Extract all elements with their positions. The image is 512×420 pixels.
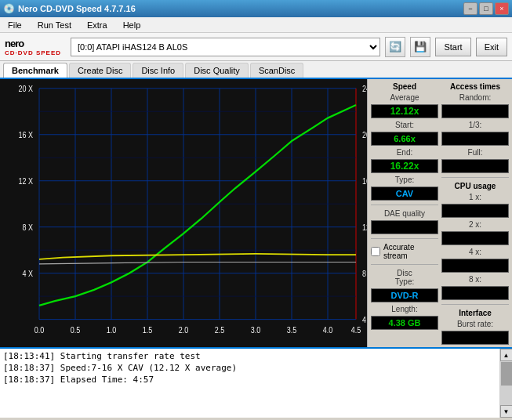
toolbar: nero CD·DVD SPEED [0:0] ATAPI iHAS124 B … bbox=[0, 33, 512, 61]
cpu-4x-label: 4 x: bbox=[441, 248, 509, 256]
disc-length-value: 4.38 GB bbox=[371, 316, 438, 330]
start-value: 6.66x bbox=[371, 132, 438, 146]
svg-text:0.5: 0.5 bbox=[71, 326, 81, 335]
type-value: CAV bbox=[371, 186, 438, 201]
end-label: End: bbox=[371, 148, 438, 157]
svg-text:2.5: 2.5 bbox=[215, 326, 225, 335]
svg-text:3.0: 3.0 bbox=[251, 326, 261, 335]
right-panel: Speed Average 12.12x Start: 6.66x End: 1… bbox=[367, 79, 512, 347]
end-value: 16.22x bbox=[371, 159, 438, 173]
svg-text:12 X: 12 X bbox=[19, 177, 34, 186]
svg-text:8: 8 bbox=[362, 270, 366, 279]
scroll-track bbox=[500, 361, 513, 405]
log-content: [18:13:41] Starting transfer rate test [… bbox=[0, 349, 499, 418]
burst-rate-value bbox=[441, 331, 509, 345]
log-scrollbar: ▲ ▼ bbox=[499, 349, 512, 418]
full-label: Full: bbox=[441, 148, 509, 157]
burst-rate-label: Burst rate: bbox=[441, 320, 509, 328]
save-button[interactable]: 💾 bbox=[410, 37, 430, 57]
svg-text:20 X: 20 X bbox=[19, 85, 34, 94]
nero-logo-top: nero bbox=[5, 38, 24, 49]
svg-text:4.0: 4.0 bbox=[323, 326, 333, 335]
title-bar: 💿 Nero CD-DVD Speed 4.7.7.16 − □ × bbox=[0, 0, 512, 17]
panel-columns: Speed Average 12.12x Start: 6.66x End: 1… bbox=[371, 82, 509, 345]
refresh-button[interactable]: 🔄 bbox=[385, 37, 405, 57]
tab-disc-info[interactable]: Disc Info bbox=[133, 63, 183, 78]
menu-file[interactable]: File bbox=[3, 19, 27, 31]
svg-text:16: 16 bbox=[362, 177, 367, 186]
svg-text:20: 20 bbox=[362, 131, 367, 140]
maximize-button[interactable]: □ bbox=[479, 2, 493, 15]
scroll-down-button[interactable]: ▼ bbox=[500, 405, 513, 418]
access-title: Access times bbox=[441, 82, 509, 91]
divider-1 bbox=[371, 205, 438, 205]
speed-title: Speed bbox=[371, 82, 438, 91]
title-bar-controls: − □ × bbox=[463, 2, 509, 15]
random-value bbox=[441, 104, 509, 118]
disc-length-label: Length: bbox=[371, 305, 438, 313]
log-entry-2: [18:18:37] Elapsed Time: 4:57 bbox=[3, 374, 496, 386]
svg-text:0.0: 0.0 bbox=[34, 326, 45, 335]
svg-text:3.5: 3.5 bbox=[287, 326, 297, 335]
tab-benchmark[interactable]: Benchmark bbox=[3, 63, 67, 78]
svg-text:4.5: 4.5 bbox=[351, 326, 361, 335]
tab-create-disc[interactable]: Create Disc bbox=[69, 63, 131, 78]
scroll-thumb[interactable] bbox=[501, 362, 512, 386]
svg-text:12: 12 bbox=[362, 223, 367, 233]
divider-5 bbox=[441, 304, 509, 305]
cpu-8x-value bbox=[441, 286, 509, 300]
cpu-1x-label: 1 x: bbox=[441, 193, 509, 201]
menu-extra[interactable]: Extra bbox=[82, 19, 112, 31]
one-third-value bbox=[441, 132, 509, 146]
title-bar-left: 💿 Nero CD-DVD Speed 4.7.7.16 bbox=[3, 3, 136, 14]
svg-text:4: 4 bbox=[362, 316, 366, 325]
chart-svg: 20 X 16 X 12 X 8 X 4 X 24 20 16 12 8 4 0… bbox=[0, 79, 367, 347]
drive-select[interactable]: [0:0] ATAPI iHAS124 B AL0S bbox=[71, 38, 380, 56]
type-label: Type: bbox=[371, 176, 438, 184]
average-label: Average bbox=[371, 93, 438, 102]
nero-logo: nero CD·DVD SPEED bbox=[5, 38, 61, 56]
menu-bar: File Run Test Extra Help bbox=[0, 17, 512, 33]
cpu-4x-value bbox=[441, 259, 509, 273]
title-bar-text: Nero CD-DVD Speed 4.7.7.16 bbox=[18, 4, 136, 13]
log-area: [18:13:41] Starting transfer rate test [… bbox=[0, 347, 512, 418]
start-label: Start: bbox=[371, 121, 438, 129]
accurate-stream-row: Accurate stream bbox=[371, 243, 438, 260]
accurate-stream-label: Accurate stream bbox=[383, 243, 438, 260]
cpu-8x-label: 8 x: bbox=[441, 275, 509, 284]
divider-2 bbox=[371, 238, 438, 239]
log-entry-0: [18:13:41] Starting transfer rate test bbox=[3, 350, 496, 362]
disc-type-value: DVD-R bbox=[371, 288, 438, 302]
svg-text:2.0: 2.0 bbox=[179, 326, 189, 335]
cpu-title: CPU usage bbox=[441, 182, 509, 190]
one-third-label: 1/3: bbox=[441, 121, 509, 129]
cpu-2x-value bbox=[441, 231, 509, 245]
chart-area: 20 X 16 X 12 X 8 X 4 X 24 20 16 12 8 4 0… bbox=[0, 79, 367, 347]
tabs: Benchmark Create Disc Disc Info Disc Qua… bbox=[0, 61, 512, 79]
svg-text:16 X: 16 X bbox=[19, 131, 34, 140]
cpu-2x-label: 2 x: bbox=[441, 220, 509, 229]
start-button[interactable]: Start bbox=[435, 38, 470, 56]
access-column: Access times Random: 1/3: Full: CPU usag… bbox=[441, 82, 509, 345]
accurate-stream-checkbox[interactable] bbox=[371, 247, 380, 256]
svg-text:8 X: 8 X bbox=[22, 223, 33, 233]
minimize-button[interactable]: − bbox=[463, 2, 478, 15]
tab-scan-disc[interactable]: ScanDisc bbox=[250, 63, 303, 78]
svg-text:4 X: 4 X bbox=[22, 270, 33, 279]
svg-text:24: 24 bbox=[362, 85, 367, 94]
menu-run-test[interactable]: Run Test bbox=[33, 19, 76, 31]
close-button[interactable]: × bbox=[495, 2, 509, 15]
nero-logo-bottom: CD·DVD SPEED bbox=[5, 49, 61, 56]
menu-help[interactable]: Help bbox=[118, 19, 146, 31]
divider-4 bbox=[441, 177, 509, 178]
tab-disc-quality[interactable]: Disc Quality bbox=[185, 63, 249, 78]
random-label: Random: bbox=[441, 93, 509, 102]
speed-column: Speed Average 12.12x Start: 6.66x End: 1… bbox=[371, 82, 438, 345]
exit-button[interactable]: Exit bbox=[476, 38, 507, 56]
full-value bbox=[441, 159, 509, 173]
main-content: 20 X 16 X 12 X 8 X 4 X 24 20 16 12 8 4 0… bbox=[0, 79, 512, 347]
log-entry-1: [18:18:37] Speed:7-16 X CAV (12.12 X ave… bbox=[3, 362, 496, 374]
cpu-1x-value bbox=[441, 204, 509, 218]
scroll-up-button[interactable]: ▲ bbox=[500, 349, 513, 361]
divider-3 bbox=[371, 264, 438, 265]
